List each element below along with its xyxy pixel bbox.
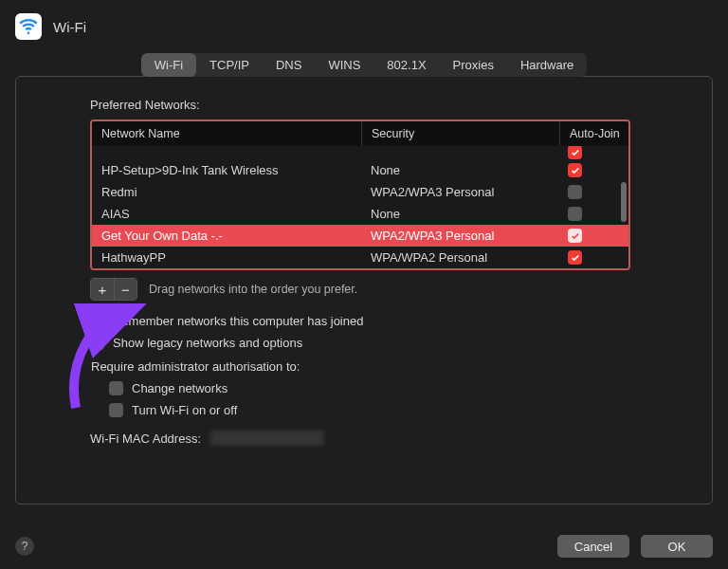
table-controls: + − Drag networks into the order you pre… (90, 278, 689, 301)
mac-address-label: Wi-Fi MAC Address: (90, 431, 201, 446)
tab-dns[interactable]: DNS (263, 53, 315, 77)
tab-wifi[interactable]: Wi-Fi (141, 53, 196, 77)
table-row[interactable]: HathwayPPWPA/WPA2 Personal (92, 247, 628, 268)
drag-hint: Drag networks into the order you prefer. (149, 283, 357, 296)
security-cell: WPA2/WPA3 Personal (361, 185, 558, 199)
auto-join-cell (558, 146, 628, 159)
security-cell: WPA2/WPA3 Personal (361, 229, 558, 243)
network-name-cell: HP-Setup>9D-Ink Tank Wireless (92, 163, 361, 177)
network-name-cell: AIAS (92, 207, 361, 221)
change-networks-option[interactable]: Change networks (109, 381, 689, 395)
options-group: Remember networks this computer has join… (90, 314, 689, 417)
table-row[interactable] (92, 146, 628, 159)
table-row[interactable]: HP-Setup>9D-Ink Tank WirelessNone (92, 159, 628, 181)
auto-join-cell (558, 185, 628, 199)
auto-join-checkbox[interactable] (568, 185, 582, 199)
scroll-indicator[interactable] (621, 182, 627, 222)
column-network-name[interactable]: Network Name (92, 121, 362, 146)
security-cell: None (361, 207, 558, 221)
table-row[interactable]: RedmiWPA2/WPA3 Personal (92, 181, 628, 203)
auto-join-cell (558, 163, 628, 177)
preferred-networks-label: Preferred Networks: (90, 98, 689, 112)
table-row[interactable]: AIASNone (92, 203, 628, 225)
tab-proxies[interactable]: Proxies (440, 53, 507, 77)
tab-hardware[interactable]: Hardware (507, 53, 587, 77)
auto-join-cell (558, 250, 628, 265)
cancel-button[interactable]: Cancel (557, 535, 629, 558)
content-panel: Preferred Networks: Network Name Securit… (15, 76, 713, 505)
page-title: Wi-Fi (53, 19, 86, 35)
ok-button[interactable]: OK (641, 535, 713, 558)
add-remove-group: + − (90, 278, 137, 301)
wifi-advanced-window: Wi-Fi Wi-FiTCP/IPDNSWINS802.1XProxiesHar… (0, 0, 728, 569)
column-auto-join[interactable]: Auto-Join (560, 121, 630, 146)
checkbox-icon[interactable] (109, 403, 123, 417)
tab-wins[interactable]: WINS (315, 53, 373, 77)
security-cell: WPA/WPA2 Personal (361, 250, 558, 265)
change-networks-label: Change networks (132, 381, 228, 395)
tab-segmented-control[interactable]: Wi-FiTCP/IPDNSWINS802.1XProxiesHardware (141, 53, 588, 77)
remember-networks-label: Remember networks this computer has join… (113, 314, 363, 328)
require-admin-label: Require administrator authorisation to: (91, 359, 689, 374)
table-header: Network Name Security Auto-Join (92, 121, 628, 146)
tab-tcpip[interactable]: TCP/IP (196, 53, 263, 77)
tab-8021x[interactable]: 802.1X (373, 53, 439, 77)
auto-join-checkbox[interactable] (568, 229, 582, 243)
auto-join-cell (558, 229, 628, 243)
checkbox-icon[interactable] (109, 381, 123, 395)
network-name-cell: Get Your Own Data -.- (92, 229, 361, 243)
checkbox-icon[interactable] (90, 314, 104, 328)
tab-bar: Wi-FiTCP/IPDNSWINS802.1XProxiesHardware (15, 53, 713, 77)
help-button[interactable]: ? (15, 537, 34, 556)
table-row[interactable]: Get Your Own Data -.-WPA2/WPA3 Personal (92, 225, 628, 247)
table-body[interactable]: HP-Setup>9D-Ink Tank WirelessNoneRedmiWP… (92, 146, 628, 268)
mac-address-value-redacted (210, 431, 324, 446)
preferred-networks-table: Network Name Security Auto-Join HP-Setup… (90, 119, 630, 270)
remove-network-button[interactable]: − (114, 279, 136, 300)
auto-join-checkbox[interactable] (568, 207, 582, 221)
turn-wifi-label: Turn Wi-Fi on or off (132, 403, 237, 417)
network-name-cell: HathwayPP (92, 250, 361, 265)
turn-wifi-option[interactable]: Turn Wi-Fi on or off (109, 403, 689, 417)
remember-networks-option[interactable]: Remember networks this computer has join… (90, 314, 689, 328)
checkbox-icon[interactable] (90, 336, 104, 350)
footer: ? Cancel OK (0, 523, 728, 569)
auto-join-checkbox[interactable] (568, 163, 582, 177)
titlebar: Wi-Fi (15, 13, 713, 40)
auto-join-checkbox[interactable] (568, 146, 582, 159)
wifi-icon (15, 13, 42, 40)
auto-join-checkbox[interactable] (568, 250, 582, 265)
column-security[interactable]: Security (362, 121, 560, 146)
network-name-cell: Redmi (92, 185, 361, 199)
mac-address-row: Wi-Fi MAC Address: (90, 431, 689, 446)
show-legacy-option[interactable]: Show legacy networks and options (90, 336, 689, 350)
footer-actions: Cancel OK (557, 535, 713, 558)
show-legacy-label: Show legacy networks and options (113, 336, 302, 350)
auto-join-cell (558, 207, 628, 221)
security-cell: None (361, 163, 558, 177)
add-network-button[interactable]: + (91, 279, 114, 300)
